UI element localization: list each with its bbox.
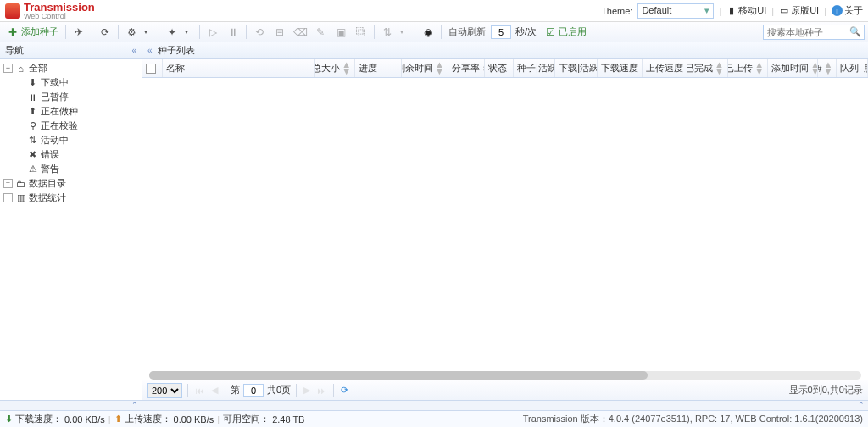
tree-all[interactable]: −⌂全部 [0, 61, 142, 75]
tree-data-dir[interactable]: +🗀数据目录 [0, 176, 142, 191]
plus-icon: ✚ [7, 26, 19, 38]
col-server[interactable]: 服务器 [860, 59, 868, 77]
search-icon[interactable]: 🔍 [847, 26, 864, 37]
col-added[interactable]: 添加时间▲▼ [768, 59, 818, 77]
col-num[interactable]: #▲▼ [818, 59, 837, 77]
free-space: 2.48 TB [272, 414, 304, 424]
col-size[interactable]: 总大小▲▼ [315, 59, 355, 77]
search-box[interactable]: 🔍 [763, 25, 865, 40]
grid-title-bar: «种子列表 [142, 42, 868, 59]
pager-info: 显示0到0,共0记录 [789, 384, 863, 396]
page-input[interactable] [243, 384, 264, 397]
search-input[interactable] [764, 27, 847, 37]
scrollbar-thumb[interactable] [149, 371, 648, 380]
check-icon: ☑ [544, 26, 556, 38]
start-button[interactable]: ✈ [70, 25, 88, 40]
grid-body [142, 78, 868, 380]
col-status[interactable]: 状态 [485, 59, 514, 77]
chart-icon: ▥ [15, 192, 26, 203]
recheck-icon: ⟲ [253, 26, 265, 38]
plugin-button[interactable]: ✦▾ [163, 25, 196, 40]
tree-active[interactable]: ⇅活动中 [0, 133, 142, 147]
last-page-button[interactable]: ⏭ [315, 385, 328, 396]
col-ul[interactable]: 上传速度▲▼ [643, 59, 687, 77]
nav-tree: −⌂全部 ⬇下载中 ⏸已暂停 ⬆正在做种 ⚲正在校验 ⇅活动中 ✖错误 ⚠警告 … [0, 59, 142, 400]
tree-seeding[interactable]: ⬆正在做种 [0, 104, 142, 119]
play-icon: ▷ [207, 26, 219, 38]
move-button[interactable]: ▣ [331, 25, 350, 40]
col-ratio[interactable]: 分享率▲▼ [448, 59, 485, 77]
pagination: 200 ⏮ ◀ 第 共0页 ▶ ⏭ ⟳ 显示0到0,共0记录 [142, 380, 868, 400]
col-uploaded[interactable]: 已上传▲▼ [728, 59, 768, 77]
first-page-button[interactable]: ⏮ [193, 385, 206, 396]
tree-downloading[interactable]: ⬇下载中 [0, 75, 142, 90]
tree-stats[interactable]: +▥数据统计 [0, 191, 142, 205]
delete-button[interactable]: ⌫ [291, 25, 309, 40]
col-name[interactable]: 名称 [163, 59, 315, 77]
tree-checking[interactable]: ⚲正在校验 [0, 119, 142, 133]
rocket-icon: ✈ [73, 26, 85, 38]
puzzle-icon: ✦ [166, 26, 178, 38]
gauge-icon: ◉ [422, 26, 434, 38]
col-queue[interactable]: 队列 [837, 59, 860, 77]
mobile-ui-link[interactable]: ▮移动UI [726, 4, 766, 17]
play-button[interactable]: ▷ [203, 25, 222, 40]
enabled-toggle[interactable]: ☑已启用 [541, 24, 590, 40]
logo-icon [5, 3, 20, 19]
expand-icon[interactable]: + [3, 179, 13, 188]
settings-button[interactable]: ⚙▾ [122, 25, 155, 40]
tree-paused[interactable]: ⏸已暂停 [0, 90, 142, 104]
pause-icon: ⏸ [227, 26, 239, 38]
speed-limit-button[interactable]: ◉ [419, 25, 437, 40]
remove-button[interactable]: ⊟ [270, 25, 289, 40]
collapse-icon[interactable]: − [3, 64, 13, 73]
refresh-button[interactable]: ⟳ [96, 25, 114, 40]
verify-button[interactable]: ⟲ [250, 25, 269, 40]
copy-button[interactable]: ⿻ [352, 25, 370, 40]
about-link[interactable]: i关于 [832, 4, 863, 17]
col-dl[interactable]: 下载速度▲▼ [598, 59, 643, 77]
chevron-down-icon: ▾ [140, 26, 152, 38]
swap-icon: ⇅ [27, 135, 38, 146]
download-arrow-icon: ⬇ [5, 413, 13, 424]
next-page-button[interactable]: ▶ [302, 385, 312, 396]
col-peers[interactable]: 下载|活跃 [555, 59, 597, 77]
original-ui-link[interactable]: ▭原版UI [779, 4, 819, 17]
copy-icon: ⿻ [355, 26, 367, 38]
select-all-checkbox[interactable] [146, 64, 156, 74]
refresh-interval-input[interactable] [491, 25, 511, 39]
window-icon: ▭ [779, 6, 789, 16]
sidebar-resize-handle[interactable]: ⌃ [0, 400, 142, 410]
theme-select[interactable]: Default [637, 3, 714, 19]
home-icon: ⌂ [15, 64, 26, 74]
theme-label: Theme: [601, 6, 632, 16]
reload-button[interactable]: ⟳ [339, 385, 350, 396]
search-icon: ⚲ [27, 120, 38, 131]
queue-button[interactable]: ⇅▾ [378, 25, 411, 40]
collapse-sidebar-icon[interactable]: « [131, 46, 136, 55]
auto-refresh-label: 自动刷新 [445, 24, 489, 40]
prev-page-button[interactable]: ◀ [209, 385, 220, 396]
tree-warning[interactable]: ⚠警告 [0, 162, 142, 176]
expand-icon[interactable]: + [3, 193, 13, 202]
tree-error[interactable]: ✖错误 [0, 147, 142, 162]
horizontal-scrollbar[interactable] [149, 371, 861, 380]
add-torrent-button[interactable]: ✚添加种子 [3, 24, 62, 40]
refresh-icon: ⟳ [99, 26, 111, 38]
collapse-left-icon[interactable]: « [147, 46, 153, 55]
pause-button[interactable]: ⏸ [224, 25, 242, 40]
page-size-select[interactable]: 200 [147, 383, 182, 398]
content-resize-handle[interactable]: ⌃ [142, 400, 868, 410]
chevron-down-icon: ▾ [181, 26, 192, 38]
grid-header: 名称 总大小▲▼ 进度 剩余时间▲▼ 分享率▲▼ 状态 种子|活跃 下载|活跃 … [142, 59, 868, 78]
warning-icon: ⚠ [27, 164, 38, 175]
col-seeds[interactable]: 种子|活跃 [514, 59, 555, 77]
folder-icon: 🗀 [15, 179, 26, 189]
col-done[interactable]: 已完成▲▼ [687, 59, 727, 77]
col-progress[interactable]: 进度 [355, 59, 401, 77]
trash-icon: ⌫ [294, 26, 306, 38]
pause-icon: ⏸ [27, 92, 38, 103]
rename-button[interactable]: ✎ [311, 25, 330, 40]
col-remaining[interactable]: 剩余时间▲▼ [402, 59, 448, 77]
download-icon: ⬇ [27, 77, 38, 88]
